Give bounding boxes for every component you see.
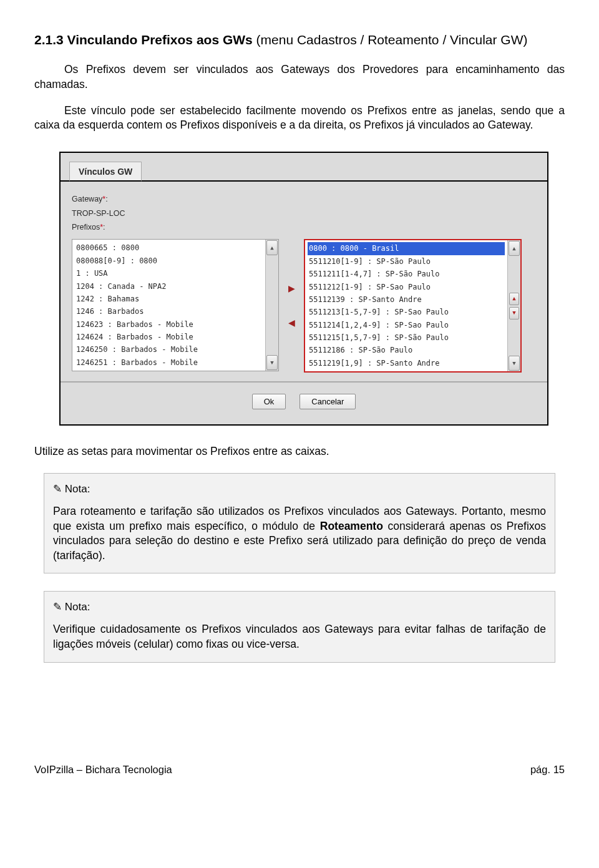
list-item[interactable]: 55112139 : SP-Santo Andre — [308, 293, 505, 306]
scroll-down-icon[interactable]: ▼ — [509, 356, 520, 371]
gateway-value: TROP-SP-LOC — [72, 208, 536, 219]
list-item[interactable]: 5511213[1-5,7-9] : SP-Sao Paulo — [308, 306, 505, 318]
move-right-icon[interactable]: ▶ — [288, 283, 295, 295]
ok-button[interactable]: Ok — [252, 394, 286, 409]
intro-paragraph-1: Os Prefixos devem ser vinculados aos Gat… — [34, 62, 565, 92]
note-box-2: ✎ Nota: Verifique cuidadosamente os Pref… — [44, 591, 555, 662]
list-item[interactable]: 1204 : Canada - NPA2 — [75, 280, 263, 293]
page-footer: VoIPzilla – Bichara Tecnologia pág. 15 — [34, 763, 565, 776]
scroll-down-red-icon[interactable]: ▼ — [509, 307, 519, 319]
post-screenshot-paragraph: Utilize as setas para movimentar os Pref… — [34, 444, 565, 459]
note-heading: ✎ Nota: — [53, 600, 546, 615]
list-item[interactable]: 5511219[1,9] : SP-Santo Andre — [308, 357, 505, 369]
scroll-down-icon[interactable]: ▼ — [266, 355, 278, 370]
scroll-up-red-icon[interactable]: ▲ — [509, 293, 519, 305]
prefixos-label: Prefixos*: — [72, 222, 536, 233]
list-item[interactable]: 124624 : Barbados - Mobile — [75, 331, 263, 343]
scroll-up-icon[interactable]: ▲ — [509, 241, 520, 256]
list-item[interactable]: 080088[0-9] : 0800 — [75, 255, 263, 267]
list-item[interactable]: 0800 : 0800 - Brasil — [308, 242, 505, 255]
vincular-gw-dialog: Vínculos GW Gateway*: TROP-SP-LOC Prefix… — [59, 152, 548, 426]
scrollbar[interactable]: ▲ ▼ — [265, 240, 278, 371]
list-item[interactable]: 5511211[1-4,7] : SP-São Paulo — [308, 268, 505, 280]
list-item[interactable]: 5511214[1,2,4-9] : SP-Sao Paulo — [308, 319, 505, 331]
note-box-1: ✎ Nota: Para roteamento e tarifação são … — [44, 473, 555, 573]
note-heading: ✎ Nota: — [53, 482, 546, 497]
list-item[interactable]: 5511212[1-9] : SP-Sao Paulo — [308, 281, 505, 293]
section-heading: 2.1.3 Vinculando Prefixos aos GWs (menu … — [34, 31, 565, 49]
heading-number: 2.1.3 Vinculando Prefixos aos GWs — [34, 32, 253, 47]
list-item[interactable]: 124623 : Barbados - Mobile — [75, 318, 263, 331]
scroll-up-icon[interactable]: ▲ — [266, 240, 278, 255]
note-body: Para roteamento e tarifação são utilizad… — [53, 504, 546, 563]
intro-paragraph-2: Este vínculo pode ser estabelecido facil… — [34, 104, 565, 133]
list-item[interactable]: 1242 : Bahamas — [75, 293, 263, 305]
footer-left: VoIPzilla – Bichara Tecnologia — [34, 763, 172, 776]
list-item[interactable]: 0800665 : 0800 — [75, 241, 263, 254]
list-item[interactable]: 1246 : Barbados — [75, 305, 263, 318]
tab-vinculos-gw[interactable]: Vínculos GW — [69, 162, 142, 182]
list-item[interactable]: 5511215[1,5,7-9] : SP-São Paulo — [308, 331, 505, 344]
list-item[interactable]: 1246251 : Barbados - Mobile — [75, 356, 263, 369]
list-item[interactable]: 1 : USA — [75, 267, 263, 280]
heading-context: (menu Cadastros / Roteamento / Vincular … — [253, 32, 528, 47]
transfer-arrows: ▶ ◀ — [279, 239, 304, 373]
scrollbar[interactable]: ▲ ▲ ▼ ▼ — [507, 240, 520, 371]
note-body: Verifique cuidadosamente os Prefixos vin… — [53, 622, 546, 651]
required-asterisk: * — [100, 223, 103, 232]
tab-strip: Vínculos GW — [69, 162, 547, 182]
cancel-button[interactable]: Cancelar — [300, 394, 356, 409]
available-prefixes-listbox[interactable]: 0800665 : 0800 080088[0-9] : 0800 1 : US… — [72, 239, 279, 371]
list-item[interactable]: 55112186 : SP-São Paulo — [308, 344, 505, 356]
required-asterisk: * — [102, 195, 105, 203]
list-item[interactable]: 5511210[1-9] : SP-São Paulo — [308, 255, 505, 268]
footer-right: pág. 15 — [530, 763, 565, 776]
gateway-label: Gateway*: — [72, 194, 536, 205]
linked-prefixes-listbox[interactable]: 0800 : 0800 - Brasil 5511210[1-9] : SP-S… — [304, 239, 522, 373]
list-item[interactable]: 1246250 : Barbados - Mobile — [75, 343, 263, 356]
move-left-icon[interactable]: ◀ — [288, 317, 295, 329]
